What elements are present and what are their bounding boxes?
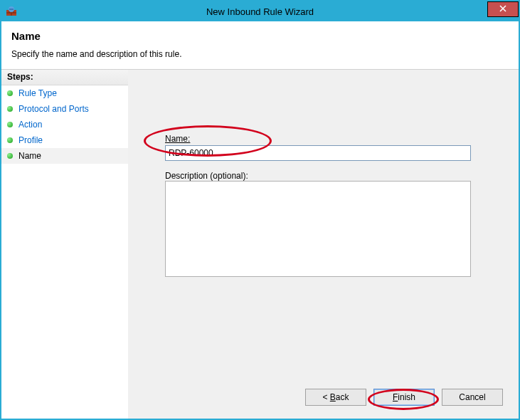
step-action[interactable]: Action	[1, 117, 128, 132]
description-textarea[interactable]	[165, 181, 471, 277]
name-label: Name:	[165, 134, 482, 144]
back-button[interactable]: < Back	[305, 389, 366, 406]
form-area: Name: Description (optional):	[128, 70, 519, 382]
description-label: Description (optional):	[165, 171, 482, 181]
wizard-window: New Inbound Rule Wizard Name Specify the…	[0, 0, 520, 420]
body: Steps: Rule Type Protocol and Ports Acti…	[1, 69, 519, 419]
bullet-icon	[7, 90, 13, 96]
titlebar[interactable]: New Inbound Rule Wizard	[1, 1, 519, 21]
close-icon	[499, 4, 506, 14]
name-input[interactable]	[165, 145, 471, 161]
steps-sidebar: Steps: Rule Type Protocol and Ports Acti…	[1, 70, 128, 419]
svg-rect-6	[9, 9, 14, 10]
header: Name Specify the name and description of…	[1, 21, 519, 69]
step-profile[interactable]: Profile	[1, 132, 128, 148]
button-row: < Back Finish Cancel	[128, 382, 519, 419]
bullet-icon	[7, 137, 13, 143]
step-label: Name	[18, 151, 41, 161]
close-button[interactable]	[487, 1, 519, 17]
firewall-icon	[6, 6, 17, 17]
step-label: Action	[18, 120, 42, 130]
bullet-icon	[7, 122, 13, 127]
finish-button[interactable]: Finish	[373, 389, 435, 406]
step-label: Rule Type	[18, 88, 57, 98]
window-title: New Inbound Rule Wizard	[1, 6, 519, 17]
bullet-icon	[7, 106, 13, 112]
step-label: Protocol and Ports	[18, 104, 89, 114]
steps-header: Steps:	[1, 70, 128, 85]
bullet-icon	[7, 153, 13, 159]
page-subtitle: Specify the name and description of this…	[11, 49, 509, 59]
step-rule-type[interactable]: Rule Type	[1, 85, 128, 101]
step-label: Profile	[18, 135, 43, 145]
step-protocol-and-ports[interactable]: Protocol and Ports	[1, 101, 128, 117]
cancel-button[interactable]: Cancel	[442, 389, 503, 406]
content-pane: Name: Description (optional): < Back Fin…	[128, 70, 519, 419]
page-title: Name	[11, 30, 509, 42]
step-name[interactable]: Name	[1, 148, 128, 164]
